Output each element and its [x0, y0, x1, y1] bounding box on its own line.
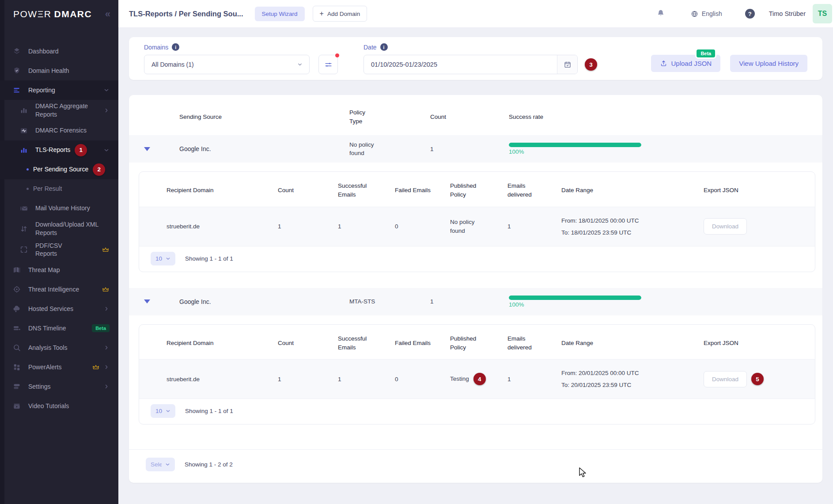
view-upload-history-button[interactable]: View Upload History: [730, 55, 807, 72]
sidebar-item-dashboard[interactable]: Dashboard: [0, 42, 118, 61]
annotation-badge-4: 4: [473, 373, 486, 385]
pagination-summary: Showing 1 - 2 of 2: [185, 461, 233, 468]
domains-select[interactable]: All Domains (1): [144, 55, 310, 74]
settings-icon: [12, 382, 21, 391]
sidebar-item-per-result[interactable]: Per Result: [0, 179, 118, 199]
calendar-icon: [564, 61, 572, 68]
map-icon: [12, 265, 21, 274]
add-domain-label: Add Domain: [327, 11, 360, 17]
col-policy-type: Policy Type: [349, 108, 372, 125]
sidebar-item-domain-health[interactable]: Domain Health: [0, 61, 118, 80]
aggregate-icon: [19, 106, 28, 115]
avatar[interactable]: TS: [813, 4, 832, 23]
annotation-badge-2: 2: [93, 163, 105, 176]
sliders-icon: [324, 61, 333, 69]
info-icon[interactable]: i: [172, 43, 179, 51]
successful-emails-value: 1: [338, 223, 395, 230]
sidebar-item-label: Video Tutorials: [28, 402, 69, 410]
col-export-json: Export JSON: [704, 339, 804, 348]
report-pagination: Sele Showing 1 - 2 of 2: [129, 449, 822, 471]
info-icon[interactable]: i: [380, 43, 388, 51]
sidebar-item-label: Hosted Services: [28, 305, 73, 313]
date-to: To: 18/01/2025 23:59 UTC: [561, 229, 704, 236]
user-name: Timo Strüber: [769, 10, 806, 17]
download-button[interactable]: Download: [704, 218, 747, 235]
chevron-down-icon: [103, 147, 110, 153]
mouse-cursor: [579, 467, 588, 478]
col-date-range: Date Range: [561, 339, 704, 348]
emails-delivered-value: 1: [507, 376, 561, 383]
report-group-row: Google Inc. MTA-STS 1 100%: [129, 288, 822, 315]
chevron-down-icon: [166, 256, 170, 261]
page-size-select[interactable]: 10: [151, 252, 175, 265]
date-from: From: 20/01/2025 00:00 UTC: [561, 370, 704, 376]
setup-wizard-button[interactable]: Setup Wizard: [255, 7, 305, 21]
sidebar-item-mail-volume-history[interactable]: Mail Volume History: [0, 199, 118, 218]
domains-filter-group: Domains i All Domains (1): [144, 43, 338, 74]
mail-icon: [19, 204, 28, 213]
col-successful-emails: Successful Emails: [338, 182, 374, 200]
upload-icon: [660, 60, 667, 67]
annotation-badge-3: 3: [585, 58, 597, 71]
sending-source-value: Google Inc.: [179, 145, 349, 152]
reporting-icon: [12, 86, 21, 95]
download-button[interactable]: Download: [704, 371, 747, 387]
collapse-arrow-icon[interactable]: [144, 299, 150, 303]
tls-icon: [19, 146, 28, 155]
chevron-down-icon: [103, 87, 110, 93]
collapse-arrow-icon[interactable]: [144, 147, 150, 151]
logo-row: POWΞRDMARC «: [0, 0, 118, 28]
col-failed-emails: Failed Emails: [395, 339, 431, 348]
sidebar-item-video-tutorials[interactable]: Video Tutorials: [0, 396, 118, 416]
sidebar-item-poweralerts[interactable]: PowerAlerts: [0, 357, 118, 377]
report-card: Sending Source Policy Type Count Success…: [129, 95, 822, 483]
sidebar-item-reporting[interactable]: Reporting: [0, 80, 118, 100]
chevron-down-icon: [297, 61, 303, 68]
sidebar-item-analysis-tools[interactable]: Analysis Tools: [0, 338, 118, 357]
date-to: To: 20/01/2025 23:59 UTC: [561, 382, 704, 388]
sidebar-item-tls-reports[interactable]: TLS-Reports1: [0, 140, 118, 160]
help-icon[interactable]: ?: [745, 9, 755, 19]
sidebar-item-pdf-csv-reports[interactable]: PDF/CSV Reports: [0, 239, 118, 261]
sidebar-item-download-upload-xml-reports[interactable]: Download/Upload XML Reports: [0, 218, 118, 239]
sidebar-item-threat-map[interactable]: Threat Map: [0, 260, 118, 280]
language-selector[interactable]: English: [691, 10, 722, 18]
pagination-summary: Showing 1 - 1 of 1: [185, 255, 233, 262]
page-size-select[interactable]: Sele: [146, 458, 175, 471]
sidebar-item-label: Mail Volume History: [35, 204, 90, 212]
notifications-bell-icon[interactable]: [656, 9, 665, 19]
col-count: Count: [430, 113, 509, 121]
sidebar-item-per-sending-source[interactable]: Per Sending Source2: [0, 160, 118, 179]
sidebar-item-label: PDF/CSV Reports: [35, 242, 69, 258]
bullet-icon: [27, 188, 29, 190]
sidebar-item-dns-timeline[interactable]: DNS TimelineBeta: [0, 318, 118, 338]
emails-delivered-value: 1: [507, 223, 561, 230]
sidebar-item-dmarc-forensics[interactable]: DMARC Forensics: [0, 121, 118, 140]
chevron-right-icon: [103, 107, 110, 114]
report-group-row: Google Inc. No policy found 1 100%: [129, 135, 822, 163]
sidebar-collapse-icon[interactable]: «: [105, 8, 110, 20]
calendar-button[interactable]: [557, 55, 577, 74]
advanced-filter-button[interactable]: [318, 55, 338, 74]
content: Domains i All Domains (1): [118, 28, 833, 504]
topbar: TLS-Reports / Per Sending Sou... Setup W…: [118, 0, 833, 28]
sidebar-item-dmarc-aggregate-reports[interactable]: DMARC Aggregate Reports: [0, 100, 118, 121]
domains-label: Domains: [144, 44, 168, 51]
count-value: 1: [430, 146, 509, 152]
sidebar-item-settings[interactable]: Settings: [0, 377, 118, 396]
detail-table-header: Recipient Domain Count Successful Emails…: [139, 172, 815, 207]
published-policy-value: No policy found: [450, 218, 507, 235]
add-domain-button[interactable]: + Add Domain: [313, 6, 367, 22]
count-value: 1: [278, 223, 338, 230]
sidebar-item-threat-intelligence[interactable]: Threat Intelligence: [0, 280, 118, 299]
date-from: From: 18/01/2025 00:00 UTC: [561, 217, 704, 224]
date-range-input[interactable]: 01/10/2025-01/23/2025: [363, 55, 578, 74]
filter-actions: Beta Upload JSON View Upload History: [651, 55, 808, 72]
sending-source-value: Google Inc.: [179, 298, 349, 305]
sidebar-item-hosted-services[interactable]: Hosted Services: [0, 299, 118, 318]
col-failed-emails: Failed Emails: [395, 186, 431, 195]
page-size-select[interactable]: 10: [151, 404, 175, 418]
filter-notification-dot: [335, 53, 339, 57]
annotation-badge-5: 5: [751, 373, 764, 385]
sidebar-item-label: Domain Health: [28, 67, 69, 75]
